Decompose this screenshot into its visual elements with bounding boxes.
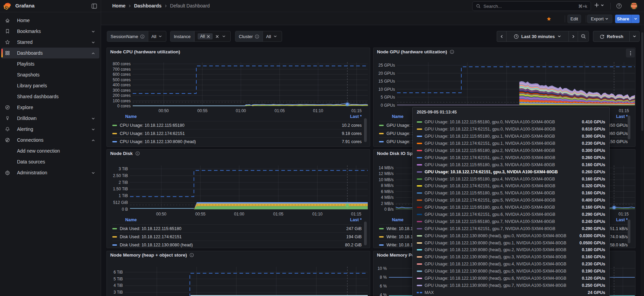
svg-text:00:55: 00:55: [195, 212, 205, 216]
svg-text:0 B: 0 B: [122, 207, 128, 212]
svg-text:01:10: 01:10: [312, 212, 323, 216]
svg-text:4 MB/s: 4 MB/s: [381, 195, 394, 200]
svg-text:0 B/s: 0 B/s: [384, 207, 394, 212]
svg-text:00:50: 00:50: [159, 108, 169, 113]
svg-text:0 GPUs: 0 GPUs: [381, 103, 395, 108]
svg-text:100 cores: 100 cores: [113, 99, 131, 103]
svg-text:01:00: 01:00: [236, 108, 246, 113]
svg-text:01:10: 01:10: [313, 108, 323, 113]
svg-text:2.50 TiB: 2.50 TiB: [113, 173, 128, 178]
svg-text:00:50: 00:50: [156, 212, 166, 216]
svg-text:1.50 TiB: 1.50 TiB: [113, 187, 128, 191]
svg-text:5 TiB: 5 TiB: [114, 277, 123, 281]
svg-text:2 MB/s: 2 MB/s: [381, 201, 394, 206]
svg-text:3 TiB: 3 TiB: [114, 290, 123, 295]
svg-text:4 TiB: 4 TiB: [114, 283, 123, 288]
svg-text:700 cores: 700 cores: [113, 67, 131, 72]
svg-text:00:55: 00:55: [197, 108, 208, 113]
svg-text:01:15: 01:15: [351, 212, 361, 216]
svg-text:200 cores: 200 cores: [113, 93, 131, 98]
svg-text:5 GPUs: 5 GPUs: [381, 95, 395, 100]
svg-text:0 cores: 0 cores: [117, 104, 131, 108]
svg-text:6 %: 6 %: [380, 284, 387, 289]
svg-text:1 TiB: 1 TiB: [119, 193, 128, 198]
svg-text:400 cores: 400 cores: [113, 83, 131, 87]
svg-text:15 GPUs: 15 GPUs: [378, 79, 395, 84]
svg-text:01:05: 01:05: [275, 108, 285, 113]
svg-text:10 %: 10 %: [378, 266, 387, 271]
svg-text:512 GiB: 512 GiB: [113, 200, 128, 205]
svg-text:25 GPUs: 25 GPUs: [378, 63, 395, 68]
svg-text:01:15: 01:15: [351, 108, 362, 113]
svg-text:20 GPUs: 20 GPUs: [378, 71, 395, 76]
svg-text:2 TiB: 2 TiB: [119, 180, 128, 185]
svg-text:01:05: 01:05: [273, 212, 283, 216]
svg-text:3 TiB: 3 TiB: [119, 167, 128, 171]
svg-text:12 MB/s: 12 MB/s: [379, 171, 394, 176]
svg-text:14 MB/s: 14 MB/s: [379, 166, 394, 170]
svg-text:8 MB/s: 8 MB/s: [381, 183, 394, 188]
svg-text:6 TiB: 6 TiB: [114, 270, 123, 275]
svg-text:01:15: 01:15: [618, 212, 629, 216]
svg-text:10 GPUs: 10 GPUs: [378, 87, 395, 92]
svg-text:4 %: 4 %: [380, 293, 387, 296]
svg-text:800 cores: 800 cores: [113, 62, 131, 66]
svg-text:500 cores: 500 cores: [113, 77, 131, 82]
svg-text:01:15: 01:15: [619, 108, 629, 113]
svg-text:01:00: 01:00: [234, 212, 244, 216]
svg-text:6 MB/s: 6 MB/s: [381, 189, 394, 194]
svg-text:8 %: 8 %: [380, 275, 387, 280]
svg-text:300 cores: 300 cores: [113, 88, 131, 93]
svg-text:600 cores: 600 cores: [113, 72, 131, 77]
svg-text:10 MB/s: 10 MB/s: [379, 177, 394, 182]
